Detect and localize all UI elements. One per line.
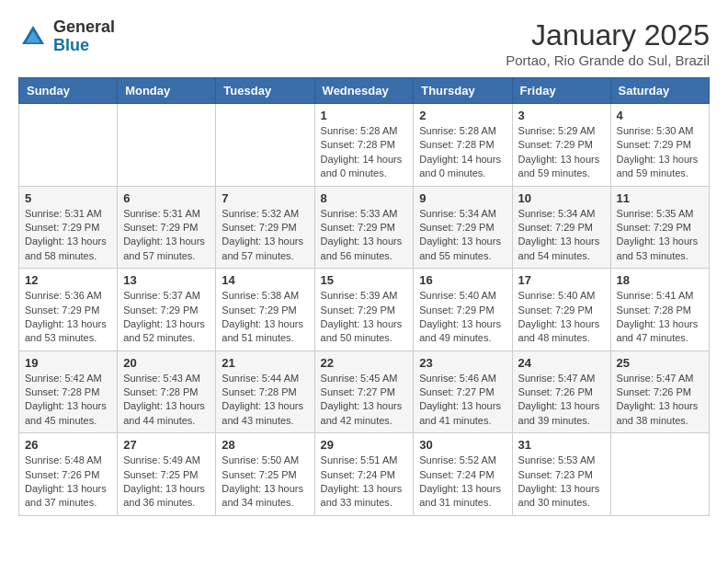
day-number: 18 <box>617 273 703 287</box>
weekday-header: Sunday <box>19 78 118 104</box>
calendar-day-cell: 18Sunrise: 5:41 AMSunset: 7:28 PMDayligh… <box>610 269 709 351</box>
day-number: 20 <box>123 356 210 370</box>
day-info: Sunrise: 5:49 AMSunset: 7:25 PMDaylight:… <box>123 454 210 511</box>
weekday-header: Thursday <box>414 78 512 104</box>
logo-text: General Blue <box>53 18 115 55</box>
calendar-day-cell: 21Sunrise: 5:44 AMSunset: 7:28 PMDayligh… <box>216 350 314 433</box>
day-number: 1 <box>321 109 408 122</box>
day-number: 30 <box>419 438 506 452</box>
day-info: Sunrise: 5:47 AMSunset: 7:26 PMDaylight:… <box>518 372 605 429</box>
day-info: Sunrise: 5:48 AMSunset: 7:26 PMDaylight:… <box>25 454 111 511</box>
logo: General Blue <box>18 18 115 55</box>
day-info: Sunrise: 5:37 AMSunset: 7:29 PMDaylight:… <box>123 289 210 346</box>
logo-icon <box>18 22 48 52</box>
day-number: 16 <box>419 273 506 287</box>
calendar-day-cell: 25Sunrise: 5:47 AMSunset: 7:26 PMDayligh… <box>610 350 709 433</box>
calendar-day-cell <box>118 104 216 187</box>
calendar-week-row: 5Sunrise: 5:31 AMSunset: 7:29 PMDaylight… <box>19 186 710 269</box>
day-number: 2 <box>419 109 506 122</box>
calendar-day-cell: 17Sunrise: 5:40 AMSunset: 7:29 PMDayligh… <box>512 269 610 351</box>
weekday-header: Tuesday <box>216 78 314 104</box>
calendar-day-cell: 31Sunrise: 5:53 AMSunset: 7:23 PMDayligh… <box>512 433 610 516</box>
day-number: 17 <box>518 273 605 287</box>
calendar-day-cell: 6Sunrise: 5:31 AMSunset: 7:29 PMDaylight… <box>118 186 216 269</box>
weekday-header: Monday <box>118 78 216 104</box>
day-number: 28 <box>222 438 308 452</box>
calendar-day-cell: 20Sunrise: 5:43 AMSunset: 7:28 PMDayligh… <box>118 350 216 433</box>
day-number: 11 <box>617 191 703 205</box>
calendar-title: January 2025 <box>506 18 710 52</box>
title-block: January 2025 Portao, Rio Grande do Sul, … <box>506 18 710 68</box>
calendar-week-row: 1Sunrise: 5:28 AMSunset: 7:28 PMDaylight… <box>19 104 710 187</box>
day-number: 9 <box>419 191 506 205</box>
day-info: Sunrise: 5:42 AMSunset: 7:28 PMDaylight:… <box>25 372 111 429</box>
calendar-day-cell: 9Sunrise: 5:34 AMSunset: 7:29 PMDaylight… <box>414 186 512 269</box>
day-info: Sunrise: 5:38 AMSunset: 7:29 PMDaylight:… <box>222 289 308 346</box>
day-info: Sunrise: 5:34 AMSunset: 7:29 PMDaylight:… <box>419 207 506 264</box>
calendar-day-cell: 2Sunrise: 5:28 AMSunset: 7:28 PMDaylight… <box>414 104 512 187</box>
day-info: Sunrise: 5:40 AMSunset: 7:29 PMDaylight:… <box>518 289 605 346</box>
day-number: 6 <box>123 191 210 205</box>
calendar-day-cell: 11Sunrise: 5:35 AMSunset: 7:29 PMDayligh… <box>610 186 709 269</box>
day-info: Sunrise: 5:44 AMSunset: 7:28 PMDaylight:… <box>222 372 308 429</box>
page-header: General Blue January 2025 Portao, Rio Gr… <box>18 18 710 68</box>
day-info: Sunrise: 5:32 AMSunset: 7:29 PMDaylight:… <box>222 207 308 264</box>
calendar-day-cell <box>216 104 314 187</box>
calendar-day-cell: 3Sunrise: 5:29 AMSunset: 7:29 PMDaylight… <box>512 104 610 187</box>
weekday-header: Wednesday <box>314 78 414 104</box>
calendar-day-cell: 15Sunrise: 5:39 AMSunset: 7:29 PMDayligh… <box>314 269 414 351</box>
calendar-day-cell: 8Sunrise: 5:33 AMSunset: 7:29 PMDaylight… <box>314 186 414 269</box>
day-info: Sunrise: 5:43 AMSunset: 7:28 PMDaylight:… <box>123 372 210 429</box>
calendar-day-cell: 27Sunrise: 5:49 AMSunset: 7:25 PMDayligh… <box>118 433 216 516</box>
calendar-day-cell: 24Sunrise: 5:47 AMSunset: 7:26 PMDayligh… <box>512 350 610 433</box>
calendar-day-cell: 29Sunrise: 5:51 AMSunset: 7:24 PMDayligh… <box>314 433 414 516</box>
calendar-week-row: 12Sunrise: 5:36 AMSunset: 7:29 PMDayligh… <box>19 269 710 351</box>
calendar-day-cell: 7Sunrise: 5:32 AMSunset: 7:29 PMDaylight… <box>216 186 314 269</box>
calendar-table: SundayMondayTuesdayWednesdayThursdayFrid… <box>18 77 710 516</box>
day-number: 12 <box>25 273 111 287</box>
logo-general: General <box>53 18 115 37</box>
calendar-day-cell: 23Sunrise: 5:46 AMSunset: 7:27 PMDayligh… <box>414 350 512 433</box>
day-info: Sunrise: 5:47 AMSunset: 7:26 PMDaylight:… <box>617 372 703 429</box>
day-info: Sunrise: 5:52 AMSunset: 7:24 PMDaylight:… <box>419 454 506 511</box>
day-info: Sunrise: 5:51 AMSunset: 7:24 PMDaylight:… <box>321 454 408 511</box>
calendar-day-cell: 26Sunrise: 5:48 AMSunset: 7:26 PMDayligh… <box>19 433 118 516</box>
day-number: 27 <box>123 438 210 452</box>
day-number: 8 <box>321 191 408 205</box>
day-info: Sunrise: 5:31 AMSunset: 7:29 PMDaylight:… <box>25 207 111 264</box>
calendar-subtitle: Portao, Rio Grande do Sul, Brazil <box>506 52 710 68</box>
day-number: 3 <box>518 109 605 122</box>
calendar-day-cell: 22Sunrise: 5:45 AMSunset: 7:27 PMDayligh… <box>314 350 414 433</box>
day-number: 15 <box>321 273 408 287</box>
day-info: Sunrise: 5:45 AMSunset: 7:27 PMDaylight:… <box>321 372 408 429</box>
day-info: Sunrise: 5:34 AMSunset: 7:29 PMDaylight:… <box>518 207 605 264</box>
day-info: Sunrise: 5:30 AMSunset: 7:29 PMDaylight:… <box>617 124 703 181</box>
calendar-day-cell: 19Sunrise: 5:42 AMSunset: 7:28 PMDayligh… <box>19 350 118 433</box>
calendar-day-cell: 14Sunrise: 5:38 AMSunset: 7:29 PMDayligh… <box>216 269 314 351</box>
day-info: Sunrise: 5:40 AMSunset: 7:29 PMDaylight:… <box>419 289 506 346</box>
day-info: Sunrise: 5:50 AMSunset: 7:25 PMDaylight:… <box>222 454 308 511</box>
calendar-day-cell: 12Sunrise: 5:36 AMSunset: 7:29 PMDayligh… <box>19 269 118 351</box>
calendar-day-cell: 30Sunrise: 5:52 AMSunset: 7:24 PMDayligh… <box>414 433 512 516</box>
calendar-week-row: 19Sunrise: 5:42 AMSunset: 7:28 PMDayligh… <box>19 350 710 433</box>
calendar-day-cell: 28Sunrise: 5:50 AMSunset: 7:25 PMDayligh… <box>216 433 314 516</box>
calendar-day-cell: 10Sunrise: 5:34 AMSunset: 7:29 PMDayligh… <box>512 186 610 269</box>
day-number: 25 <box>617 356 703 370</box>
day-info: Sunrise: 5:41 AMSunset: 7:28 PMDaylight:… <box>617 289 703 346</box>
day-info: Sunrise: 5:35 AMSunset: 7:29 PMDaylight:… <box>617 207 703 264</box>
day-info: Sunrise: 5:36 AMSunset: 7:29 PMDaylight:… <box>25 289 111 346</box>
day-info: Sunrise: 5:28 AMSunset: 7:28 PMDaylight:… <box>419 124 506 181</box>
day-info: Sunrise: 5:31 AMSunset: 7:29 PMDaylight:… <box>123 207 210 264</box>
day-info: Sunrise: 5:29 AMSunset: 7:29 PMDaylight:… <box>518 124 605 181</box>
day-number: 7 <box>222 191 308 205</box>
day-number: 13 <box>123 273 210 287</box>
day-number: 5 <box>25 191 111 205</box>
calendar-week-row: 26Sunrise: 5:48 AMSunset: 7:26 PMDayligh… <box>19 433 710 516</box>
day-number: 10 <box>518 191 605 205</box>
day-number: 29 <box>321 438 408 452</box>
day-info: Sunrise: 5:46 AMSunset: 7:27 PMDaylight:… <box>419 372 506 429</box>
calendar-day-cell: 13Sunrise: 5:37 AMSunset: 7:29 PMDayligh… <box>118 269 216 351</box>
calendar-day-cell: 16Sunrise: 5:40 AMSunset: 7:29 PMDayligh… <box>414 269 512 351</box>
day-number: 4 <box>617 109 703 122</box>
day-info: Sunrise: 5:28 AMSunset: 7:28 PMDaylight:… <box>321 124 408 181</box>
